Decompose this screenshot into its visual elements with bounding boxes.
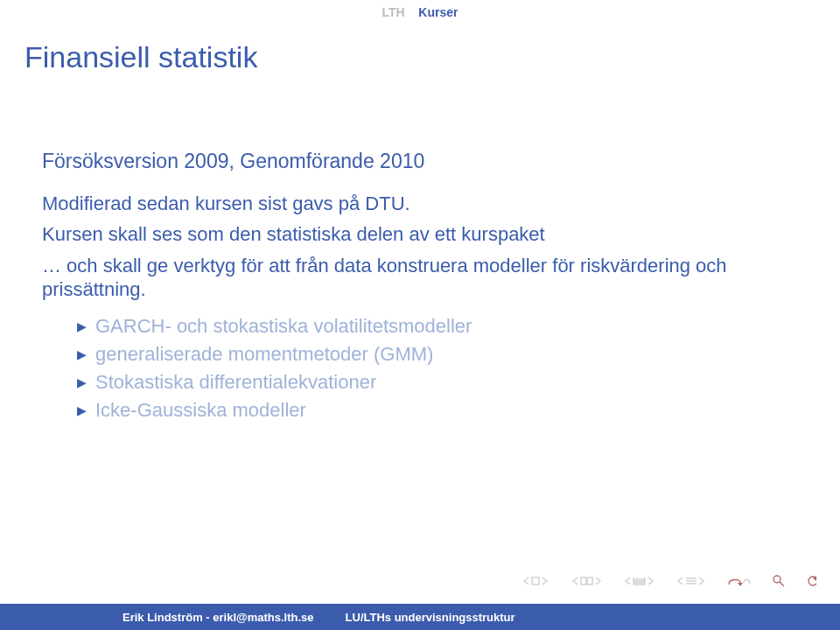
footer-subject: LU/LTHs undervisningsstruktur: [346, 611, 515, 624]
list-item: ▶ GARCH- och stokastiska volatilitetsmod…: [77, 314, 798, 339]
triangle-icon: ▶: [77, 370, 87, 395]
bullet-text: Icke-Gaussiska modeller: [95, 398, 306, 423]
svg-rect-0: [532, 578, 539, 584]
section-tabs: LTH Kurser: [0, 0, 840, 19]
footer-author: Erik Lindström - erikl@maths.lth.se: [0, 611, 346, 624]
nav-search-icon[interactable]: [772, 574, 786, 588]
svg-point-10: [774, 576, 780, 583]
subtitle: Försöksversion 2009, Genomförande 2010: [42, 149, 798, 174]
bullet-text: generaliserade momentmetoder (GMM): [95, 342, 433, 367]
triangle-icon: ▶: [77, 398, 87, 423]
triangle-icon: ▶: [77, 314, 87, 339]
tab-lth[interactable]: LTH: [382, 5, 405, 19]
triangle-icon: ▶: [77, 342, 87, 367]
para-3: … och skall ge verktyg för att från data…: [42, 254, 798, 302]
bullet-list: ▶ GARCH- och stokastiska volatilitetsmod…: [77, 314, 798, 423]
nav-slide-prev-next[interactable]: [522, 575, 551, 587]
nav-section-prev-next[interactable]: [623, 575, 656, 587]
nav-frame-prev-next[interactable]: [570, 575, 604, 587]
body-content: Försöksversion 2009, Genomförande 2010 M…: [42, 149, 798, 423]
list-item: ▶ generaliserade momentmetoder (GMM): [77, 342, 798, 367]
footer-bar: Erik Lindström - erikl@maths.lth.se LU/L…: [0, 604, 840, 630]
nav-back-forward[interactable]: [726, 575, 752, 587]
nav-refresh-icon[interactable]: [805, 574, 819, 588]
page-title: Finansiell statistik: [24, 40, 840, 74]
svg-line-11: [780, 582, 784, 586]
svg-marker-9: [738, 583, 743, 586]
svg-rect-1: [581, 578, 586, 584]
list-item: ▶ Icke-Gaussiska modeller: [77, 398, 798, 423]
tab-kurser[interactable]: Kurser: [418, 5, 458, 19]
list-item: ▶ Stokastiska differentialekvationer: [77, 370, 798, 395]
svg-rect-2: [587, 578, 592, 584]
bullet-text: Stokastiska differentialekvationer: [95, 370, 376, 395]
bullet-text: GARCH- och stokastiska volatilitetsmodel…: [95, 314, 472, 339]
slide: LTH Kurser Finansiell statistik Försöksv…: [0, 0, 840, 630]
beamer-nav: [522, 574, 819, 588]
para-2: Kursen skall ses som den statistiska del…: [42, 222, 798, 247]
para-1: Modifierad sedan kursen sist gavs på DTU…: [42, 192, 798, 216]
nav-subsection-prev-next[interactable]: [676, 575, 707, 587]
